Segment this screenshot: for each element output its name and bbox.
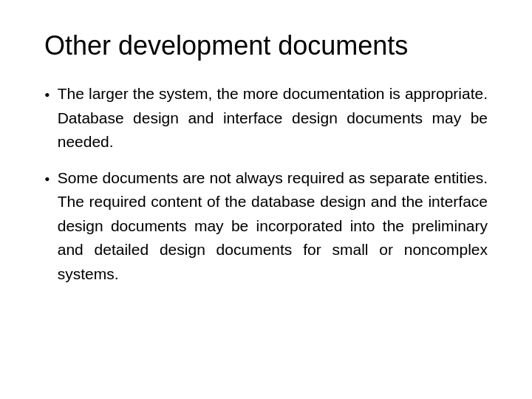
bullet-text-1: The larger the system, the more document… <box>58 82 488 154</box>
bullet-text-2: Some documents are not always required a… <box>58 166 488 287</box>
bullet-item-2: • Some documents are not always required… <box>44 166 488 287</box>
slide-container: Other development documents • The larger… <box>0 0 532 399</box>
bullet-dot-2: • <box>44 167 50 192</box>
bullet-dot-1: • <box>44 83 50 108</box>
slide-content: • The larger the system, the more docume… <box>44 82 488 369</box>
bullet-item-1: • The larger the system, the more docume… <box>44 82 488 154</box>
slide-title: Other development documents <box>44 30 488 61</box>
